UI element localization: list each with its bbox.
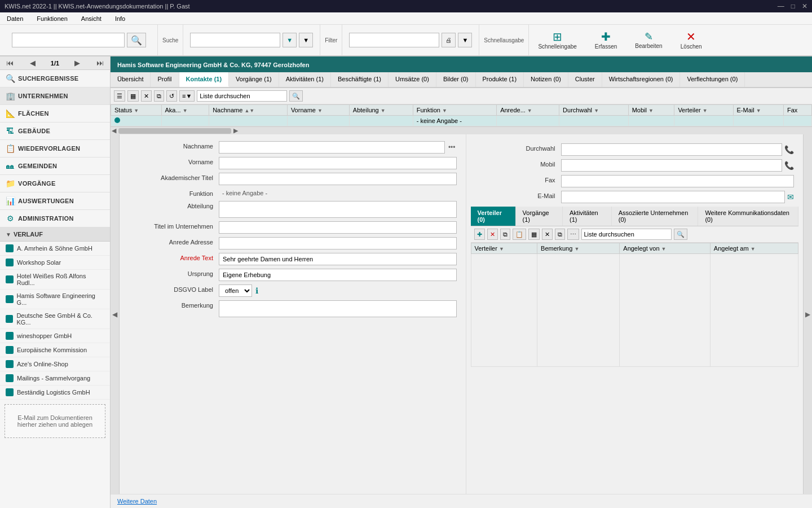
col-durchwahl[interactable]: Durchwahl ▼: [559, 105, 629, 116]
vtab-weitere[interactable]: Weitere Kommunikationsdaten (0): [698, 207, 798, 226]
search-button[interactable]: 🔍: [127, 33, 146, 47]
verlauf-item-0[interactable]: A. Amrhein & Söhne GmbH: [0, 242, 110, 256]
hscroll-bar[interactable]: ◀ ▶: [111, 126, 812, 134]
verlauf-header[interactable]: ▼ VERLAUF: [0, 227, 110, 242]
tbl-search-btn[interactable]: 🔍: [289, 90, 303, 102]
tbl-btn-refresh[interactable]: ↺: [166, 90, 177, 102]
verteiler-paste-btn[interactable]: 📋: [513, 229, 526, 240]
akad-field[interactable]: [219, 173, 457, 185]
hscroll-left[interactable]: ◀: [112, 127, 116, 134]
tbl-btn-menu[interactable]: ☰: [114, 90, 125, 102]
close-button[interactable]: ✕: [802, 2, 807, 10]
titel-field[interactable]: [219, 221, 457, 234]
verlauf-item-1[interactable]: Workshop Solar: [0, 256, 110, 270]
tbl-btn-config[interactable]: ≡▼: [179, 90, 195, 102]
dsgvo-select[interactable]: offen: [219, 284, 252, 297]
tab-ubersicht[interactable]: Übersicht: [111, 72, 151, 87]
email-send-icon[interactable]: ✉: [787, 192, 794, 202]
col-aka[interactable]: Aka... ▼: [161, 105, 209, 116]
minimize-button[interactable]: —: [778, 2, 784, 10]
filter-button[interactable]: ▼: [283, 33, 297, 47]
menu-ansicht[interactable]: Ansicht: [79, 14, 104, 23]
nav-first[interactable]: ⏮: [5, 59, 15, 67]
schnell-options-button[interactable]: ▼: [458, 33, 472, 47]
sidebar-item-gebaeude[interactable]: 🏗 GEBÄUDE: [0, 122, 110, 140]
nav-next[interactable]: ▶: [73, 59, 82, 67]
scroll-arrow-right[interactable]: ▶: [803, 134, 812, 494]
col-funktion[interactable]: Funktion ▼: [413, 105, 496, 116]
mobil-field[interactable]: [561, 159, 783, 172]
schnell-input[interactable]: [349, 33, 439, 47]
vtab-verteiler[interactable]: Verteiler (0): [471, 207, 516, 226]
verteiler-search-input[interactable]: [581, 229, 672, 240]
sidebar-item-flaechen[interactable]: 📐 FLÄCHEN: [0, 105, 110, 122]
search-input[interactable]: [12, 33, 125, 47]
anrede-adresse-field[interactable]: [219, 237, 457, 249]
verlauf-item-8[interactable]: Mailings - Sammelvorgang: [0, 371, 110, 386]
schnell-print-button[interactable]: 🖨: [442, 33, 456, 47]
verlauf-item-9[interactable]: Beständig Logistics GmbH: [0, 386, 110, 400]
menu-funktionen[interactable]: Funktionen: [34, 14, 69, 23]
tab-wirtschaftsregionen[interactable]: Wirtschaftsregionen (0): [602, 72, 681, 87]
tbl-btn-copy[interactable]: ⧉: [154, 90, 164, 102]
nav-last[interactable]: ⏭: [95, 59, 105, 67]
vcol-verteiler[interactable]: Verteiler ▼: [471, 243, 537, 254]
tab-notizen[interactable]: Notizen (0): [524, 72, 568, 87]
vcol-angelegt-am[interactable]: Angelegt am ▼: [710, 243, 798, 254]
vtab-vorgaenge[interactable]: Vorgänge (1): [516, 207, 563, 226]
sidebar-item-administration[interactable]: ⚙ ADMINISTRATION: [0, 210, 110, 227]
verteiler-search-btn[interactable]: 🔍: [674, 229, 687, 240]
vtab-assoziierte[interactable]: Assoziierte Unternehmen (0): [612, 207, 699, 226]
schnelleingabe-button[interactable]: ⊞ Schnelleingabe: [529, 25, 585, 55]
verteiler-more-btn[interactable]: ⋯: [567, 229, 579, 240]
erfassen-button[interactable]: ✚ Erfassen: [586, 25, 626, 55]
verteiler-cols-btn[interactable]: ▦: [528, 229, 540, 240]
col-verteiler[interactable]: Verteiler ▼: [674, 105, 733, 116]
tab-verflechtungen[interactable]: Verflechtungen (0): [680, 72, 745, 87]
tab-cluster[interactable]: Cluster: [568, 72, 602, 87]
scroll-arrow-left[interactable]: ◀: [111, 134, 120, 494]
vtab-aktivitaeten[interactable]: Aktivitäten (1): [563, 207, 612, 226]
tab-produkte[interactable]: Produkte (1): [476, 72, 524, 87]
verteiler-add-btn[interactable]: ✚: [474, 229, 485, 240]
bemerkung-field[interactable]: [219, 300, 457, 317]
col-email[interactable]: E-Mail ▼: [733, 105, 783, 116]
hscroll-thumb[interactable]: [118, 128, 231, 134]
sidebar-item-unternehmen[interactable]: 🏢 UNTERNEHMEN: [0, 87, 110, 105]
menu-info[interactable]: Info: [113, 14, 127, 23]
verlauf-item-7[interactable]: Aze's Online-Shop: [0, 357, 110, 371]
sidebar-item-wiedervorlagen[interactable]: 📋 WIEDERVORLAGEN: [0, 140, 110, 157]
table-search-input[interactable]: [197, 90, 287, 102]
weitere-daten-link[interactable]: Weitere Daten: [111, 494, 812, 508]
col-mobil[interactable]: Mobil ▼: [628, 105, 674, 116]
filter-options-button[interactable]: ▼: [299, 33, 313, 47]
nachname-field[interactable]: [219, 141, 445, 154]
vorname-field[interactable]: [219, 157, 457, 169]
email-field[interactable]: [561, 191, 785, 203]
verlauf-item-3[interactable]: Hamis Software Engineering G...: [0, 290, 110, 309]
tbl-btn-cols[interactable]: ▦: [127, 90, 139, 102]
col-status[interactable]: Status ▼: [111, 105, 162, 116]
verteiler-copy-btn[interactable]: ⧉: [500, 229, 510, 240]
vcol-bemerkung[interactable]: Bemerkung ▼: [537, 243, 620, 254]
durchwahl-phone-icon[interactable]: 📞: [784, 145, 794, 154]
fax-field[interactable]: [561, 175, 795, 187]
col-anrede[interactable]: Anrede... ▼: [497, 105, 559, 116]
loeschen-button[interactable]: ✕ Löschen: [672, 25, 711, 55]
tab-kontakte[interactable]: Kontakte (1): [179, 72, 230, 87]
dsgvo-info-icon[interactable]: ℹ: [255, 286, 258, 295]
verlauf-item-5[interactable]: wineshopper GmbH: [0, 329, 110, 343]
menu-daten[interactable]: Daten: [5, 14, 25, 23]
col-nachname[interactable]: Nachname ▲▼: [209, 105, 288, 116]
verlauf-item-2[interactable]: Hotel Weißes Roß Alfons Rudl...: [0, 270, 110, 290]
verteiler-del2-btn[interactable]: ✕: [542, 229, 553, 240]
nachname-dots-btn[interactable]: •••: [447, 143, 457, 151]
nav-prev[interactable]: ◀: [28, 59, 37, 67]
sidebar-item-suchergebnisse[interactable]: 🔍 SUCHERGEBNISSE: [0, 70, 110, 87]
tab-bilder[interactable]: Bilder (0): [436, 72, 476, 87]
table-row[interactable]: - keine Angabe -: [111, 116, 812, 126]
tab-profil[interactable]: Profil: [151, 72, 179, 87]
abteilung-field[interactable]: [219, 201, 457, 218]
bearbeiten-button[interactable]: ✎ Bearbeiten: [626, 25, 671, 55]
tbl-btn-delete[interactable]: ✕: [141, 90, 152, 102]
